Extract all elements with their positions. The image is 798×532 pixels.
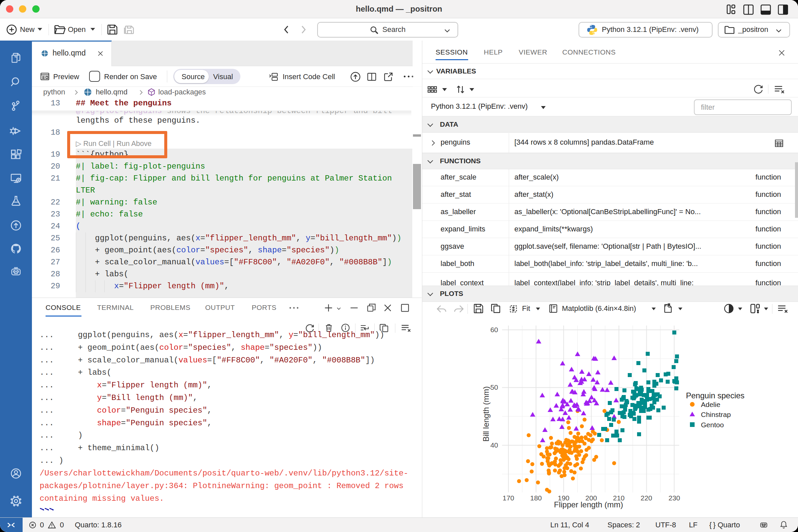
svg-text:220: 220 — [640, 494, 652, 502]
svg-text:Gentoo: Gentoo — [701, 421, 724, 429]
svg-text:Bill length (mm): Bill length (mm) — [481, 386, 491, 442]
svg-text:60: 60 — [491, 326, 498, 334]
svg-text:40: 40 — [491, 441, 498, 449]
svg-text:Penguin species: Penguin species — [686, 391, 744, 400]
svg-text:50: 50 — [491, 383, 498, 391]
svg-text:Flipper length (mm): Flipper length (mm) — [554, 500, 623, 509]
svg-text:Chinstrap: Chinstrap — [701, 411, 731, 418]
svg-text:170: 170 — [502, 494, 514, 502]
svg-text:180: 180 — [530, 494, 542, 502]
svg-text:Adelie: Adelie — [701, 401, 720, 408]
svg-text:230: 230 — [668, 494, 680, 502]
